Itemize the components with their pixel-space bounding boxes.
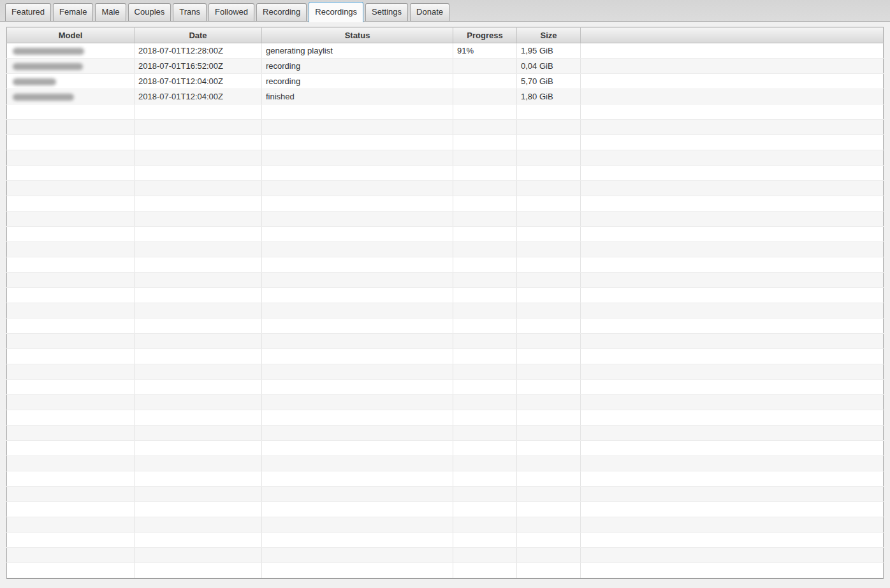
empty-cell-date [135, 563, 262, 579]
empty-row [7, 227, 884, 242]
column-header-progress[interactable]: Progress [453, 27, 517, 43]
empty-cell-date [135, 548, 262, 563]
empty-cell-status [262, 517, 453, 533]
empty-cell-status [262, 563, 453, 579]
empty-cell-status [262, 456, 453, 471]
column-header-status[interactable]: Status [262, 27, 453, 43]
empty-cell-size [517, 104, 581, 120]
cell-progress: 91% [453, 43, 517, 59]
empty-cell-size [517, 212, 581, 227]
table-row[interactable]: 2018-07-01T12:04:00Zfinished1,80 GiB [7, 89, 884, 104]
column-header-date[interactable]: Date [135, 27, 262, 43]
table-row[interactable]: 2018-07-01T16:52:00Zrecording0,04 GiB [7, 59, 884, 74]
empty-cell-size [517, 517, 581, 533]
empty-cell-date [135, 517, 262, 533]
empty-cell-model [7, 502, 135, 517]
empty-cell-progress [453, 257, 517, 273]
empty-cell-size [517, 563, 581, 579]
empty-cell-model [7, 548, 135, 563]
empty-cell-size [517, 487, 581, 502]
empty-cell-status [262, 104, 453, 120]
tab-featured[interactable]: Featured [5, 3, 51, 21]
tab-donate[interactable]: Donate [410, 3, 449, 21]
empty-row [7, 288, 884, 303]
empty-cell-model [7, 395, 135, 410]
cell-size: 1,95 GiB [517, 43, 581, 59]
empty-cell-date [135, 364, 262, 380]
empty-cell-status [262, 487, 453, 502]
tab-couples[interactable]: Couples [128, 3, 171, 21]
empty-cell-model [7, 257, 135, 273]
tab-settings[interactable]: Settings [365, 3, 408, 21]
empty-cell-date [135, 487, 262, 502]
redacted-model-name [13, 63, 83, 70]
empty-row [7, 212, 884, 227]
empty-cell-model [7, 135, 135, 150]
empty-row [7, 242, 884, 257]
empty-cell-progress [453, 196, 517, 212]
redacted-model-name [13, 78, 56, 85]
empty-cell-date [135, 196, 262, 212]
empty-cell-size [517, 426, 581, 441]
empty-cell-progress [453, 563, 517, 579]
empty-row [7, 395, 884, 410]
table-header-row: ModelDateStatusProgressSize [7, 27, 884, 43]
empty-cell-size [517, 548, 581, 563]
empty-cell-progress [453, 212, 517, 227]
empty-cell-size [517, 380, 581, 395]
empty-cell-filler [581, 181, 884, 196]
empty-cell-date [135, 441, 262, 456]
empty-cell-date [135, 334, 262, 349]
cell-status: generating playlist [262, 43, 453, 59]
empty-cell-filler [581, 349, 884, 364]
empty-cell-filler [581, 395, 884, 410]
empty-cell-progress [453, 303, 517, 319]
column-header-model[interactable]: Model [7, 27, 135, 43]
table-body: 2018-07-01T12:28:00Zgenerating playlist9… [7, 43, 884, 579]
empty-cell-progress [453, 135, 517, 150]
empty-cell-filler [581, 212, 884, 227]
empty-cell-status [262, 303, 453, 319]
empty-cell-date [135, 288, 262, 303]
empty-cell-model [7, 196, 135, 212]
empty-cell-size [517, 319, 581, 334]
empty-cell-status [262, 242, 453, 257]
empty-cell-filler [581, 319, 884, 334]
empty-cell-status [262, 227, 453, 242]
empty-cell-filler [581, 273, 884, 288]
empty-row [7, 181, 884, 196]
empty-cell-model [7, 364, 135, 380]
empty-cell-status [262, 349, 453, 364]
empty-cell-progress [453, 471, 517, 487]
empty-row [7, 334, 884, 349]
empty-cell-date [135, 257, 262, 273]
empty-cell-filler [581, 166, 884, 181]
empty-cell-size [517, 166, 581, 181]
empty-cell-status [262, 135, 453, 150]
empty-cell-progress [453, 364, 517, 380]
empty-cell-date [135, 319, 262, 334]
empty-row [7, 563, 884, 579]
empty-cell-progress [453, 319, 517, 334]
table-row[interactable]: 2018-07-01T12:28:00Zgenerating playlist9… [7, 43, 884, 59]
tab-female[interactable]: Female [53, 3, 93, 21]
tab-followed[interactable]: Followed [208, 3, 254, 21]
tab-recording[interactable]: Recording [256, 3, 307, 21]
tab-trans[interactable]: Trans [173, 3, 207, 21]
table-row[interactable]: 2018-07-01T12:04:00Zrecording5,70 GiB [7, 74, 884, 89]
column-header-size[interactable]: Size [517, 27, 581, 43]
column-header-filler[interactable] [581, 27, 884, 43]
empty-cell-progress [453, 227, 517, 242]
cell-date: 2018-07-01T12:04:00Z [135, 89, 262, 104]
empty-cell-model [7, 410, 135, 426]
empty-cell-progress [453, 150, 517, 166]
tab-recordings[interactable]: Recordings [309, 2, 363, 22]
empty-cell-status [262, 334, 453, 349]
tab-male[interactable]: Male [95, 3, 126, 21]
empty-cell-progress [453, 426, 517, 441]
empty-cell-status [262, 502, 453, 517]
empty-cell-status [262, 410, 453, 426]
empty-row [7, 150, 884, 166]
empty-cell-filler [581, 548, 884, 563]
empty-cell-size [517, 288, 581, 303]
